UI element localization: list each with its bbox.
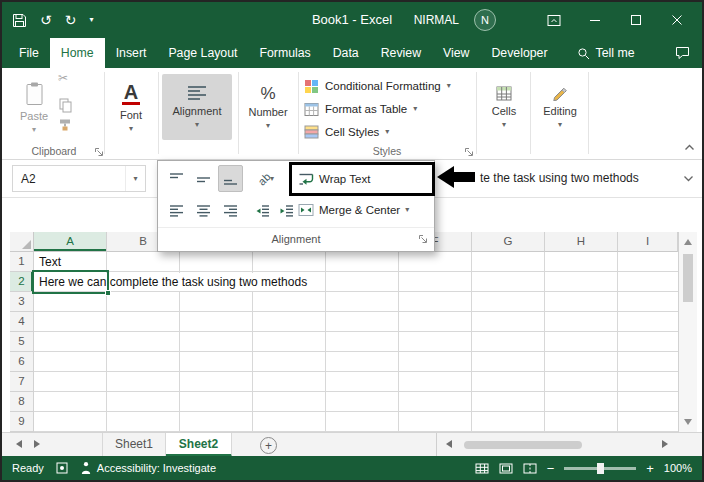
row-header-2[interactable]: 2	[10, 272, 34, 292]
select-all-corner[interactable]	[10, 232, 34, 252]
expand-formula-bar-icon[interactable]	[678, 165, 698, 192]
group-separator	[298, 72, 299, 154]
close-button[interactable]	[664, 7, 690, 33]
format-as-table-button[interactable]: Format as Table ▾	[304, 99, 417, 119]
decrease-indent-button[interactable]	[250, 197, 275, 224]
align-middle-button[interactable]	[191, 165, 216, 192]
orientation-button[interactable]: ab ▾	[250, 165, 282, 192]
cells-group-button[interactable]: Cells ▾	[482, 74, 526, 140]
normal-view-icon[interactable]	[475, 463, 489, 474]
paste-label: Paste	[20, 110, 48, 122]
zoom-out-button[interactable]: −	[547, 462, 555, 475]
tell-me-box[interactable]: Tell me	[567, 38, 645, 68]
column-header-i[interactable]: I	[618, 232, 678, 252]
next-sheet-icon[interactable]	[34, 440, 40, 448]
column-header-g[interactable]: G	[472, 232, 545, 252]
maximize-button[interactable]	[623, 7, 649, 33]
row-header-3[interactable]: 3	[10, 292, 34, 312]
vertical-scrollbar-thumb[interactable]	[683, 254, 693, 302]
font-button-label: Font	[120, 109, 142, 121]
align-top-button[interactable]	[164, 165, 189, 192]
wrap-text-button[interactable]: Wrap Text	[298, 165, 370, 193]
paste-button[interactable]: Paste ▾	[14, 74, 54, 140]
tab-home[interactable]: Home	[50, 38, 105, 68]
format-painter-icon[interactable]	[58, 118, 72, 132]
zoom-level[interactable]: 100%	[664, 462, 692, 474]
column-header-a[interactable]: A	[34, 232, 107, 252]
tab-data[interactable]: Data	[322, 38, 370, 68]
zoom-in-button[interactable]: +	[646, 462, 654, 475]
search-icon	[577, 47, 590, 60]
number-group-button[interactable]: % Number ▾	[242, 74, 294, 140]
paste-clipboard-icon	[24, 81, 45, 106]
previous-sheet-icon[interactable]	[16, 440, 22, 448]
align-bottom-button[interactable]	[218, 165, 243, 192]
scroll-left-icon[interactable]	[446, 440, 452, 448]
accessibility-label: Accessibility: Investigate	[97, 462, 216, 474]
scroll-up-icon[interactable]	[684, 239, 692, 245]
increase-indent-button[interactable]	[274, 197, 299, 224]
vertical-scrollbar[interactable]	[678, 232, 697, 432]
sheet-tab-sheet1[interactable]: Sheet1	[102, 433, 166, 457]
styles-dialog-launcher-icon[interactable]	[464, 147, 474, 157]
new-sheet-button[interactable]: +	[260, 437, 277, 454]
ribbon-display-options-icon[interactable]	[541, 7, 567, 33]
name-box-dropdown[interactable]: ▾	[125, 166, 145, 191]
row-header-5[interactable]: 5	[10, 332, 34, 352]
minimize-button[interactable]	[582, 7, 608, 33]
align-right-button[interactable]	[218, 197, 243, 224]
accessibility-status[interactable]: Accessibility: Investigate	[80, 461, 216, 475]
user-name[interactable]: NIRMAL	[414, 13, 459, 27]
merge-center-label: Merge & Center	[319, 204, 400, 216]
page-break-view-icon[interactable]	[523, 463, 537, 474]
collapse-ribbon-icon[interactable]	[684, 144, 695, 151]
tab-view[interactable]: View	[432, 38, 480, 68]
merge-and-center-button[interactable]: Merge & Center ▾	[298, 197, 409, 223]
chevron-down-icon: ▾	[405, 206, 409, 214]
editing-group-button[interactable]: Editing ▾	[536, 74, 584, 140]
row-header-4[interactable]: 4	[10, 312, 34, 332]
row-header-9[interactable]: 9	[10, 412, 34, 432]
row-header-7[interactable]: 7	[10, 372, 34, 392]
formula-text[interactable]: te the task using two methods	[480, 171, 639, 185]
zoom-slider[interactable]	[564, 467, 636, 470]
scroll-right-icon[interactable]	[662, 440, 668, 448]
tab-developer[interactable]: Developer	[480, 38, 558, 68]
row-header-1[interactable]: 1	[10, 252, 34, 272]
alignment-group-button[interactable]: Alignment ▾	[162, 74, 232, 140]
row-header-8[interactable]: 8	[10, 392, 34, 412]
clipboard-dialog-launcher-icon[interactable]	[94, 147, 104, 157]
scrollbar-splitter[interactable]	[436, 433, 437, 457]
chevron-down-icon: ▾	[447, 82, 451, 90]
copy-icon[interactable]	[58, 98, 72, 113]
cell-a1[interactable]: Text	[39, 253, 63, 271]
cell-styles-button[interactable]: Cell Styles ▾	[304, 122, 389, 142]
name-box[interactable]: A2 ▾	[12, 165, 146, 192]
tab-page-layout[interactable]: Page Layout	[157, 38, 248, 68]
zoom-slider-thumb[interactable]	[597, 463, 604, 474]
tab-insert[interactable]: Insert	[105, 38, 158, 68]
alignment-dialog-launcher-icon[interactable]	[418, 234, 428, 244]
chevron-down-icon: ▾	[385, 128, 389, 136]
merge-center-icon	[298, 203, 314, 217]
column-header-h[interactable]: H	[545, 232, 618, 252]
tab-formulas[interactable]: Formulas	[248, 38, 321, 68]
avatar[interactable]: N	[474, 9, 496, 31]
scroll-down-icon[interactable]	[684, 419, 692, 425]
fill-handle[interactable]	[105, 290, 111, 296]
macro-record-icon[interactable]	[56, 462, 68, 474]
horizontal-scrollbar-thumb[interactable]	[464, 441, 582, 449]
row-header-6[interactable]: 6	[10, 352, 34, 372]
sheet-tab-sheet2[interactable]: Sheet2	[166, 433, 232, 457]
conditional-formatting-button[interactable]: Conditional Formatting ▾	[304, 76, 451, 96]
cell-selection-border[interactable]	[32, 270, 109, 294]
align-center-button[interactable]	[191, 197, 216, 224]
excel-window: ↺ ↻ ▾ Book1 - Excel NIRMAL N File Home I…	[0, 0, 704, 482]
comments-button[interactable]	[675, 38, 702, 68]
page-layout-view-icon[interactable]	[499, 463, 513, 474]
tab-file[interactable]: File	[8, 38, 50, 68]
font-group-button[interactable]: A Font ▾	[108, 74, 154, 140]
tab-review[interactable]: Review	[370, 38, 432, 68]
align-left-button[interactable]	[164, 197, 189, 224]
alignment-lines-icon	[187, 85, 207, 101]
